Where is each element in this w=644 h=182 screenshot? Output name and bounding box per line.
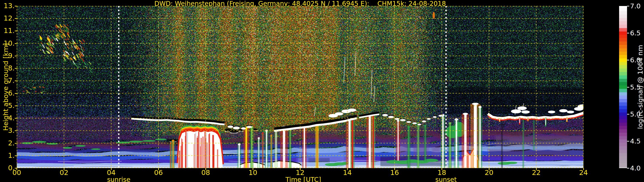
y-tick-mark (15, 130, 17, 131)
x-tick-mark (394, 168, 395, 170)
x-tick-label: 22 (532, 169, 541, 177)
y-tick-label: 11. (4, 27, 14, 35)
x-tick-mark (64, 168, 64, 170)
colorbar-canvas (619, 6, 627, 168)
colorbar-tick-label: 4.0 (630, 165, 640, 172)
y-tick-mark (15, 31, 17, 31)
colorbar-tick-mark (627, 141, 629, 142)
x-tick-mark (300, 168, 300, 170)
colorbar-tick-mark (627, 60, 629, 60)
y-tick-label: 6. (8, 90, 14, 97)
y-tick-mark (15, 56, 17, 56)
colorbar-tick-label: 6.5 (630, 29, 640, 37)
y-tick-label: 2. (8, 139, 14, 147)
x-tick-label: 24 (579, 169, 588, 177)
y-tick-label: 5. (8, 102, 14, 109)
y-tick-mark (15, 18, 17, 19)
x-tick-mark (158, 168, 159, 170)
y-tick-label: 4. (8, 114, 14, 122)
y-tick-label: 8. (8, 65, 14, 72)
heatmap-canvas (17, 6, 584, 168)
colorbar-tick-mark (627, 33, 629, 33)
colorbar-tick-mark (627, 168, 629, 169)
y-tick-label: 3. (8, 127, 14, 134)
x-tick-mark (442, 168, 442, 170)
y-tick-label: 9. (8, 52, 14, 60)
colorbar-tick-label: 7.0 (630, 2, 640, 10)
y-tick-mark (15, 105, 17, 106)
y-tick-mark (15, 6, 17, 6)
colorbar-tick-label: 6.0 (630, 56, 640, 64)
colorbar-tick-mark (627, 114, 629, 114)
colorbar-tick-label: 5.5 (630, 83, 640, 91)
x-tick-mark (206, 168, 206, 170)
sun-event-label-sunrise: sunrise (107, 176, 130, 182)
x-tick-mark (536, 168, 537, 170)
ceilometer-figure: DWD: Weihenstephan (Freising, Germany; 4… (0, 0, 644, 182)
y-tick-mark (15, 156, 17, 156)
x-tick-mark (16, 168, 17, 170)
y-tick-label: 12. (4, 15, 14, 22)
y-tick-mark (15, 118, 17, 119)
x-tick-label: 18 (438, 169, 446, 177)
x-tick-label: 06 (154, 169, 163, 177)
x-tick-label: 08 (201, 169, 210, 177)
x-tick-label: 12 (296, 169, 304, 177)
colorbar-tick-label: 4.5 (630, 137, 640, 145)
x-tick-label: 16 (390, 169, 399, 177)
x-tick-label: 14 (343, 169, 352, 177)
y-tick-mark (15, 68, 17, 69)
x-axis-label: Time [UTC] (286, 176, 321, 182)
x-tick-label: 04 (107, 169, 116, 177)
y-tick-mark (15, 143, 17, 144)
colorbar-tick-mark (627, 6, 629, 6)
x-tick-label: 02 (60, 169, 68, 177)
x-tick-mark (111, 168, 112, 170)
x-tick-label: 20 (485, 169, 494, 177)
x-tick-label: 10 (248, 169, 258, 177)
y-tick-label: 7. (8, 77, 14, 85)
x-tick-mark (489, 168, 490, 170)
colorbar-tick-label: 5.0 (630, 110, 640, 118)
y-tick-mark (15, 93, 17, 94)
x-tick-label: 00 (12, 169, 21, 177)
x-tick-mark (253, 168, 253, 170)
y-tick-mark (15, 43, 17, 44)
x-tick-mark (583, 168, 584, 170)
y-tick-label: 10. (4, 40, 14, 47)
x-tick-mark (347, 168, 348, 170)
colorbar-tick-mark (627, 87, 629, 88)
y-tick-mark (15, 81, 17, 81)
sun-event-label-sunset: sunset (435, 176, 457, 182)
y-tick-label: 13. (4, 2, 14, 10)
y-tick-label: 1. (8, 152, 14, 159)
